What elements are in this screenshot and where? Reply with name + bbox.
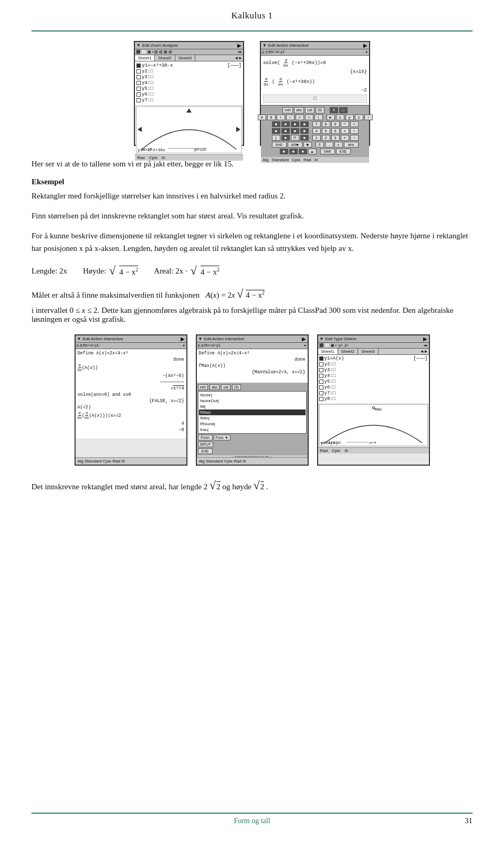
key-d13[interactable]: ■ [289, 149, 298, 154]
key2-exe[interactable]: EXE [198, 448, 213, 454]
key-d2[interactable]: ■ [281, 121, 290, 127]
menu-item-fround[interactable]: fRound( [199, 421, 306, 427]
key-0[interactable]: 0 [316, 142, 324, 148]
key-cat[interactable]: cat [305, 107, 314, 113]
final-text: Det innskrevne rektanglet med størst are… [32, 476, 472, 495]
bc3-y3-check[interactable] [319, 368, 323, 372]
menu-item-fill[interactable]: fill( [199, 404, 306, 409]
key-2[interactable]: 2 [322, 135, 330, 141]
key-5[interactable]: 5 [322, 128, 330, 134]
sqrt-content-areal: 4 − x2 [201, 266, 219, 277]
bc3-y5-check[interactable] [319, 380, 323, 384]
key2-cat[interactable]: cat [221, 384, 230, 390]
key-lim0[interactable]: lim0 [272, 142, 287, 148]
key-ans[interactable]: ans [344, 142, 359, 148]
key2-2d[interactable]: 2D [232, 384, 241, 390]
key-caret[interactable]: ^ [341, 121, 349, 127]
bc3-y4-check[interactable] [319, 374, 323, 378]
key2-input[interactable]: INPUT [198, 441, 213, 447]
calc-left-y5-check[interactable] [136, 87, 141, 91]
key-8[interactable]: 8 [267, 114, 276, 120]
key-minus[interactable]: − [350, 135, 359, 141]
bc3-y2-check[interactable] [319, 362, 323, 366]
key-d12[interactable]: ■ [280, 149, 288, 154]
calc-left-y7-check[interactable] [136, 98, 141, 102]
bc3-y7-check[interactable] [319, 391, 323, 395]
key-check-dark[interactable]: □ [339, 107, 348, 113]
sqrt-symbol-final2: √ [254, 479, 260, 492]
menu-item-factor[interactable]: factor( [199, 392, 306, 398]
calc-left-y6-check[interactable] [136, 92, 141, 97]
key-ddx[interactable]: d/d■ [288, 142, 302, 148]
key-var[interactable]: VAR [320, 149, 335, 154]
key-exe[interactable]: EXE [336, 149, 351, 154]
key-d10[interactable]: ■ [300, 135, 309, 141]
bottom-calc3-tab1[interactable]: Sheet1 [318, 349, 338, 354]
key-epsilon[interactable]: ε [334, 142, 343, 148]
calc-left-tab3[interactable]: Sheet3 [175, 55, 195, 61]
key-arrow-r[interactable]: ► [327, 114, 335, 120]
key-times[interactable]: × [341, 128, 349, 134]
calc-left-y1-check[interactable] [136, 64, 141, 68]
calc-left-tab1[interactable]: Sheet1 [135, 55, 155, 61]
key-d5[interactable]: ■ [272, 128, 280, 134]
key2-func[interactable]: Func ▼ [214, 435, 230, 440]
calc-left-y2-check[interactable] [136, 69, 141, 73]
key-d6[interactable]: ■ [281, 128, 290, 134]
key-eq[interactable]: = [350, 121, 359, 127]
key2-abc[interactable]: abc [209, 384, 219, 390]
menu-item-fmax[interactable]: fMax( [199, 409, 306, 415]
key-abc[interactable]: abc [294, 107, 304, 113]
key-x-dark[interactable]: ✕ [330, 107, 338, 113]
menu-item-factorout[interactable]: factorOut( [199, 398, 306, 404]
calc-right-top-toolbar-right-arrow: ▶ [363, 43, 368, 48]
key-y[interactable]: y [345, 114, 354, 120]
calc-left-y4-check[interactable] [136, 81, 141, 85]
key-dot[interactable]: . [325, 142, 333, 148]
key-4[interactable]: 4 [312, 128, 321, 134]
key-d3[interactable]: ■ [291, 121, 299, 127]
calc-right-top-toolbar-label: Edit Action Interactive [268, 43, 309, 48]
key-2d[interactable]: 2D [316, 107, 324, 113]
key-tri-up[interactable]: ▲ [308, 149, 317, 154]
key-6[interactable]: 6 [331, 128, 340, 134]
key-pipe[interactable]: | [314, 114, 323, 120]
calc-left-content: y1=−x²+30·x [———] y2:□ y3:□ y4:□ y [135, 61, 243, 105]
key2-form[interactable]: Form [198, 435, 213, 440]
key-d11[interactable]: ■ [303, 142, 312, 148]
bc3-y1-check[interactable] [319, 356, 323, 361]
key-z[interactable]: z [355, 114, 363, 120]
key-7[interactable]: 7 [312, 121, 321, 127]
calc-left-tab2[interactable]: Sheet2 [155, 55, 175, 61]
key-3[interactable]: 3 [331, 135, 340, 141]
key2-mth[interactable]: mth [198, 384, 208, 390]
key-1[interactable]: 1 [312, 135, 321, 141]
key-d7[interactable]: ■ [291, 128, 299, 134]
key-8b[interactable]: 8 [322, 121, 330, 127]
key-i[interactable]: i [277, 114, 285, 120]
key-pi[interactable]: π [258, 114, 266, 120]
key-d14[interactable]: ■ [299, 149, 307, 154]
key-up[interactable]: ↑ [364, 114, 373, 120]
bc3-y8-check[interactable] [319, 397, 323, 401]
key-plus[interactable]: + [341, 135, 349, 141]
calc-left-y3-check[interactable] [136, 75, 141, 79]
menu-item-fmin[interactable]: fMin( [199, 415, 306, 421]
key-d9[interactable]: ■ [281, 135, 290, 141]
key-mth[interactable]: mth [282, 107, 293, 113]
bottom-calc3-tab3[interactable]: Sheet3 [358, 349, 378, 354]
key-pi2[interactable]: Π [291, 135, 299, 141]
key-lt[interactable]: < [305, 114, 313, 120]
bc3-y6-check[interactable] [319, 385, 323, 390]
menu-item-frac[interactable]: frac( [199, 427, 306, 433]
key-d1[interactable]: ■ [272, 121, 280, 127]
key-div[interactable]: ÷ [350, 128, 359, 134]
key-circle[interactable]: ○ [286, 114, 295, 120]
key-brace[interactable]: { [272, 135, 280, 141]
key-9[interactable]: 9 [331, 121, 340, 127]
key-d8[interactable]: ■ [300, 128, 309, 134]
key-gt[interactable]: > [296, 114, 304, 120]
key-d4[interactable]: ■ [300, 121, 309, 127]
bottom-calc3-tab2[interactable]: Sheet2 [338, 349, 358, 354]
key-x[interactable]: x [336, 114, 344, 120]
